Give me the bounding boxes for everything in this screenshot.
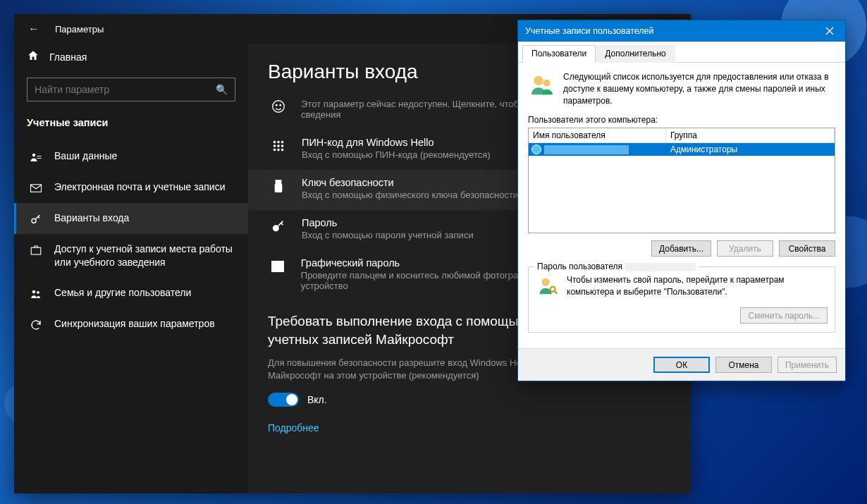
user-table[interactable]: Имя пользователя Группа Администраторы — [528, 128, 835, 233]
tab-1[interactable]: Дополнительно — [596, 45, 675, 63]
tab-strip: ПользователиДополнительно — [518, 42, 845, 63]
svg-point-13 — [278, 145, 280, 147]
tab-0[interactable]: Пользователи — [522, 45, 596, 63]
picture-icon — [268, 259, 288, 274]
usb-icon — [268, 178, 289, 194]
sidebar-item-label: Семья и другие пользователи — [54, 286, 235, 300]
svg-point-16 — [278, 149, 280, 151]
svg-point-9 — [273, 141, 276, 143]
keyround-icon — [268, 219, 289, 234]
search-icon: 🔍 — [216, 84, 228, 95]
svg-point-23 — [534, 76, 543, 85]
user-table-header: Имя пользователя Группа — [529, 128, 835, 143]
username-masked — [544, 145, 629, 154]
face-icon — [268, 99, 288, 114]
option-subtitle: Вход с помощью физического ключа безопас… — [302, 190, 518, 200]
option-title: Пароль — [302, 217, 474, 228]
sidebar-item-key[interactable]: Варианты входа — [14, 203, 248, 234]
sidebar-item-label: Доступ к учетной записи места работы или… — [54, 242, 235, 269]
svg-point-20 — [273, 226, 278, 231]
fieldset-legend: Пароль пользователя — [534, 262, 699, 271]
svg-point-0 — [32, 154, 36, 157]
remove-button: Удалить — [717, 240, 773, 257]
sidebar-item-label: Варианты входа — [54, 211, 235, 225]
col-group[interactable]: Группа — [666, 128, 835, 142]
svg-point-11 — [281, 141, 283, 143]
svg-point-17 — [281, 149, 283, 151]
home-icon — [27, 49, 39, 65]
option-title: Ключ безопасности — [302, 177, 518, 188]
key-user-icon — [536, 274, 560, 300]
user-accounts-dialog: Учетные записи пользователей Пользовател… — [517, 20, 846, 381]
cancel-button[interactable]: Отмена — [715, 357, 772, 373]
keypad-icon — [268, 138, 289, 154]
sync-icon — [29, 319, 43, 331]
svg-point-7 — [276, 104, 277, 106]
key-icon — [29, 213, 43, 226]
svg-rect-1 — [31, 185, 42, 192]
window-title: Параметры — [55, 24, 104, 35]
search-box[interactable]: 🔍 — [27, 78, 235, 102]
hello-toggle-label: Вкл. — [307, 394, 327, 405]
col-username[interactable]: Имя пользователя — [529, 128, 666, 142]
svg-point-15 — [273, 149, 276, 151]
svg-point-14 — [281, 145, 283, 147]
user-row-selected[interactable]: Администраторы — [529, 143, 835, 156]
family-icon — [29, 288, 43, 300]
properties-button[interactable]: Свойства — [779, 240, 835, 257]
close-button[interactable] — [813, 20, 845, 42]
user-avatar-icon — [531, 145, 541, 154]
svg-point-4 — [32, 290, 36, 294]
users-icon — [528, 71, 556, 102]
dialog-titlebar[interactable]: Учетные записи пользователей — [518, 20, 845, 42]
hello-toggle[interactable] — [268, 393, 299, 407]
svg-point-2 — [32, 219, 36, 223]
option-subtitle: Вход с помощью пароля учетной записи — [302, 230, 474, 240]
back-button[interactable]: ← — [24, 23, 44, 35]
user-group: Администраторы — [666, 145, 835, 154]
sidebar-item-brief[interactable]: Доступ к учетной записи места работы или… — [14, 234, 248, 278]
sidebar-item-label: Электронная почта и учетные записи — [54, 180, 235, 194]
mail-icon — [29, 182, 43, 195]
close-icon — [825, 27, 834, 35]
fieldset-text: Чтобы изменить свой пароль, перейдите к … — [567, 274, 828, 298]
add-button[interactable]: Добавить... — [651, 240, 711, 257]
svg-point-8 — [279, 104, 281, 106]
option-title: ПИН-код для Windows Hello — [302, 137, 491, 148]
dialog-info-text: Следующий список используется для предос… — [563, 71, 835, 106]
svg-rect-3 — [31, 247, 41, 254]
home-label: Главная — [49, 51, 87, 63]
svg-point-10 — [278, 141, 280, 143]
ok-button[interactable]: ОК — [653, 357, 710, 373]
sidebar-item-label: Ваши данные — [54, 149, 235, 163]
sidebar-item-label: Синхронизация ваших параметров — [54, 317, 235, 331]
svg-point-24 — [543, 80, 551, 87]
password-fieldset: Пароль пользователя Чтобы изменить свой … — [528, 266, 835, 333]
category-label: Учетные записи — [14, 111, 248, 141]
svg-point-22 — [275, 264, 278, 266]
svg-rect-18 — [276, 180, 281, 185]
dialog-title: Учетные записи пользователей — [525, 26, 813, 36]
person-icon — [29, 151, 43, 164]
sidebar-item-family[interactable]: Семья и другие пользователи — [14, 278, 248, 309]
option-subtitle: Вход с помощью ПИН-кода (рекомендуется) — [302, 149, 491, 160]
sidebar-item-person[interactable]: Ваши данные — [14, 141, 248, 172]
sidebar-home[interactable]: Главная — [14, 49, 248, 75]
svg-point-5 — [37, 291, 39, 294]
brief-icon — [29, 244, 43, 257]
svg-point-25 — [542, 278, 550, 286]
dialog-footer: ОК Отмена Применить — [518, 348, 845, 381]
svg-point-12 — [273, 145, 276, 147]
sidebar-item-mail[interactable]: Электронная почта и учетные записи — [14, 172, 248, 203]
svg-rect-19 — [275, 184, 281, 192]
settings-sidebar: Главная 🔍 Учетные записи Ваши данныеЭлек… — [14, 44, 248, 493]
change-password-button: Сменить пароль... — [740, 307, 828, 324]
sidebar-item-sync[interactable]: Синхронизация ваших параметров — [14, 309, 248, 340]
search-input[interactable] — [35, 84, 199, 95]
more-link[interactable]: Подробнее — [268, 422, 319, 434]
svg-point-6 — [272, 101, 284, 113]
user-list-label: Пользователи этого компьютера: — [528, 115, 835, 125]
apply-button: Применить — [777, 357, 837, 373]
